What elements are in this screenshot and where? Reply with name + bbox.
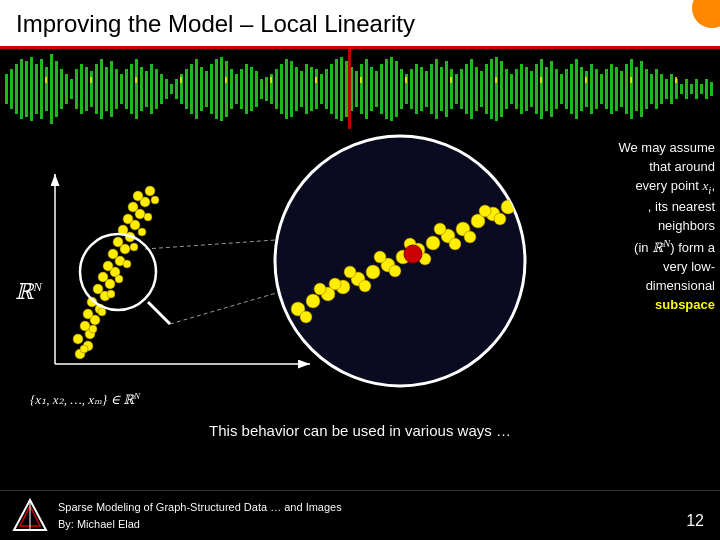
svg-rect-76 bbox=[385, 59, 388, 119]
svg-rect-78 bbox=[395, 61, 398, 117]
svg-rect-5 bbox=[30, 57, 33, 121]
right-text-line2: that around bbox=[550, 158, 715, 177]
svg-rect-31 bbox=[160, 74, 163, 104]
svg-rect-152 bbox=[495, 77, 497, 83]
footer: Sparse Modeling of Graph-Structured Data… bbox=[0, 490, 720, 540]
svg-rect-43 bbox=[220, 57, 223, 121]
svg-rect-24 bbox=[125, 69, 128, 109]
svg-rect-7 bbox=[40, 59, 43, 119]
svg-rect-30 bbox=[155, 69, 158, 109]
slide-title: Improving the Model – Local Linearity bbox=[16, 10, 415, 37]
svg-rect-132 bbox=[665, 79, 668, 99]
right-text-panel: We may assume that around every point xi… bbox=[550, 139, 715, 314]
svg-rect-105 bbox=[530, 71, 533, 107]
svg-point-216 bbox=[426, 236, 440, 250]
svg-point-188 bbox=[145, 186, 155, 196]
svg-rect-149 bbox=[360, 77, 362, 83]
svg-rect-34 bbox=[175, 79, 178, 99]
right-text-line4: , its nearest bbox=[550, 198, 715, 217]
svg-point-231 bbox=[434, 223, 446, 235]
svg-rect-89 bbox=[450, 69, 453, 109]
svg-rect-48 bbox=[245, 64, 248, 114]
svg-point-227 bbox=[374, 251, 386, 263]
svg-rect-52 bbox=[265, 77, 268, 101]
svg-rect-62 bbox=[315, 69, 318, 109]
every-point-text: every point bbox=[635, 178, 702, 193]
svg-rect-140 bbox=[705, 79, 708, 99]
svg-rect-27 bbox=[140, 67, 143, 111]
svg-point-179 bbox=[113, 237, 123, 247]
svg-rect-23 bbox=[120, 74, 123, 104]
main-content: ℝN {x₁, x₂, …, xₘ} ∈ ℝN bbox=[0, 49, 720, 499]
svg-rect-122 bbox=[615, 67, 618, 111]
svg-rect-143 bbox=[90, 77, 92, 83]
svg-point-208 bbox=[306, 294, 320, 308]
svg-rect-100 bbox=[505, 69, 508, 109]
svg-rect-32 bbox=[165, 79, 168, 99]
svg-rect-21 bbox=[110, 61, 113, 117]
svg-rect-25 bbox=[130, 64, 133, 114]
orange-circle-decoration bbox=[692, 0, 720, 28]
svg-point-167 bbox=[83, 309, 93, 319]
in-text: (in bbox=[634, 240, 652, 255]
svg-rect-151 bbox=[450, 77, 452, 83]
svg-rect-96 bbox=[485, 64, 488, 114]
svg-rect-124 bbox=[625, 64, 628, 114]
form-text: ) form a bbox=[670, 240, 715, 255]
svg-rect-121 bbox=[610, 64, 613, 114]
svg-rect-139 bbox=[700, 84, 703, 94]
svg-rect-28 bbox=[145, 71, 148, 107]
svg-rect-123 bbox=[620, 71, 623, 107]
svg-rect-29 bbox=[150, 64, 153, 114]
svg-rect-127 bbox=[640, 61, 643, 117]
svg-rect-104 bbox=[525, 67, 528, 111]
svg-point-198 bbox=[151, 196, 159, 204]
svg-rect-110 bbox=[555, 69, 558, 109]
svg-rect-98 bbox=[495, 57, 498, 121]
svg-rect-144 bbox=[135, 77, 137, 83]
svg-rect-113 bbox=[570, 64, 573, 114]
svg-point-224 bbox=[329, 278, 341, 290]
rn-superscript: ℝN bbox=[652, 240, 670, 255]
svg-rect-26 bbox=[135, 59, 138, 119]
svg-point-173 bbox=[98, 272, 108, 282]
svg-rect-129 bbox=[650, 74, 653, 104]
svg-rect-56 bbox=[285, 59, 288, 119]
svg-rect-72 bbox=[365, 59, 368, 119]
svg-point-187 bbox=[133, 191, 143, 201]
svg-rect-54 bbox=[275, 69, 278, 109]
svg-rect-4 bbox=[25, 61, 28, 117]
svg-rect-83 bbox=[420, 67, 423, 111]
svg-rect-108 bbox=[545, 67, 548, 111]
svg-rect-17 bbox=[90, 71, 93, 107]
svg-rect-20 bbox=[105, 67, 108, 111]
svg-point-185 bbox=[128, 202, 138, 212]
svg-rect-71 bbox=[360, 64, 363, 114]
svg-rect-126 bbox=[635, 67, 638, 111]
svg-rect-67 bbox=[340, 57, 343, 121]
svg-rect-109 bbox=[550, 61, 553, 117]
svg-rect-92 bbox=[465, 64, 468, 114]
svg-rect-37 bbox=[190, 64, 193, 114]
xi-label: xi bbox=[703, 178, 712, 193]
svg-rect-111 bbox=[560, 74, 563, 104]
svg-rect-51 bbox=[260, 79, 263, 99]
svg-rect-38 bbox=[195, 59, 198, 119]
title-bar: Improving the Model – Local Linearity bbox=[0, 0, 720, 49]
svg-rect-18 bbox=[95, 64, 98, 114]
svg-rect-60 bbox=[305, 64, 308, 114]
svg-rect-85 bbox=[430, 64, 433, 114]
svg-point-232 bbox=[449, 238, 461, 250]
svg-rect-8 bbox=[45, 67, 48, 111]
svg-rect-115 bbox=[580, 67, 583, 111]
svg-rect-103 bbox=[520, 64, 523, 114]
svg-rect-90 bbox=[455, 74, 458, 104]
svg-text:{x₁, x₂, …, xₘ} ∈ ℝN: {x₁, x₂, …, xₘ} ∈ ℝN bbox=[30, 391, 141, 407]
svg-rect-101 bbox=[510, 74, 513, 104]
svg-rect-150 bbox=[405, 77, 407, 83]
svg-rect-33 bbox=[170, 84, 173, 94]
svg-point-195 bbox=[130, 243, 138, 251]
svg-rect-91 bbox=[460, 69, 463, 109]
svg-rect-146 bbox=[225, 77, 227, 83]
svg-rect-1 bbox=[10, 69, 13, 109]
